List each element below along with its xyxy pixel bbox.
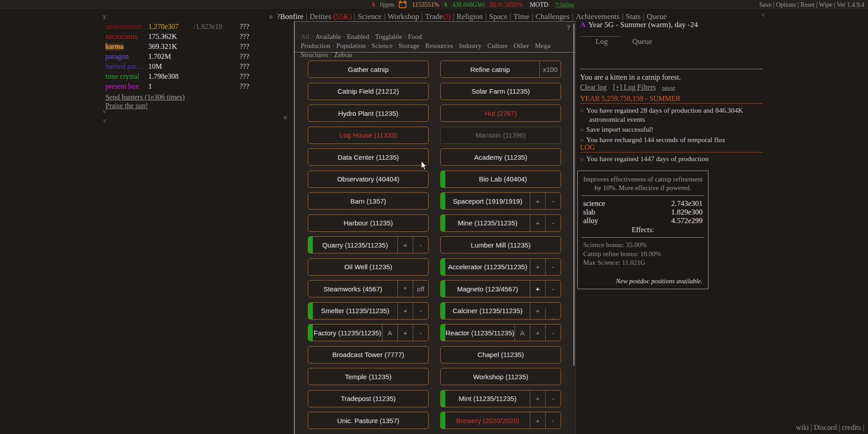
tab-achievements[interactable]: Achievements bbox=[576, 12, 619, 21]
building-button-mansion-11396[interactable]: Mansion (11396) bbox=[440, 127, 561, 144]
right-collapse-toggle[interactable]: < bbox=[761, 12, 765, 19]
tab-time[interactable]: Time bbox=[514, 12, 529, 21]
building-button-mine-11235-11235[interactable]: Mine (11235/11235)+- bbox=[440, 215, 561, 232]
building-button-data-center-11235[interactable]: Data Center (11235) bbox=[308, 148, 429, 166]
building-button-academy-11235[interactable]: Academy (11235) bbox=[440, 148, 561, 166]
building-button-calciner-11235-11235[interactable]: Calciner (11235/11235)+A bbox=[440, 302, 561, 320]
filter-enabled[interactable]: Enabled bbox=[347, 33, 369, 40]
clear-log-link[interactable]: Clear log bbox=[580, 83, 607, 91]
panel-gear-icon[interactable]: ⚙ bbox=[283, 115, 288, 121]
building-button-accelerator-11235-11235[interactable]: Accelerator (11235/11235)+- bbox=[440, 258, 561, 276]
building-control-off[interactable]: off bbox=[413, 281, 428, 297]
building-control-empty[interactable]: * bbox=[397, 281, 413, 297]
building-control-empty[interactable]: + bbox=[530, 391, 545, 407]
building-button-hut-2767[interactable]: Hut (2767) bbox=[440, 105, 561, 122]
building-button-gather-catnip[interactable]: Gather catnip bbox=[308, 61, 429, 78]
tab-workshop[interactable]: Workshop bbox=[387, 12, 419, 21]
building-control-a[interactable]: A bbox=[514, 324, 530, 341]
building-control-empty[interactable]: - bbox=[545, 391, 561, 407]
building-button-chapel-11235[interactable]: Chapel (11235) bbox=[440, 346, 561, 363]
building-control-empty[interactable]: + bbox=[530, 259, 545, 275]
filter-togglable[interactable]: Togglable bbox=[375, 33, 402, 40]
building-control-empty[interactable]: - bbox=[413, 324, 428, 341]
wiki-link[interactable]: wiki bbox=[796, 424, 809, 431]
tab-challenges[interactable]: Challenges bbox=[535, 12, 570, 21]
filter-other[interactable]: Other bbox=[514, 42, 529, 49]
building-control-a[interactable]: A bbox=[382, 324, 397, 341]
tab-trade[interactable]: Trade(!) bbox=[425, 12, 450, 21]
building-button-unic-pasture-1357[interactable]: Unic. Pasture (1357) bbox=[308, 412, 429, 429]
building-control-empty[interactable]: + bbox=[397, 303, 413, 319]
building-button-harbour-11235[interactable]: Harbour (11235) bbox=[308, 215, 429, 232]
building-button-reactor-11235-11235[interactable]: Reactor (11235/11235)A+- bbox=[440, 324, 561, 341]
building-button-mint-11235-11235[interactable]: Mint (11235/11235)+- bbox=[440, 390, 561, 407]
building-button-steamworks-4567[interactable]: Steamworks (4567)*off bbox=[308, 280, 429, 297]
building-button-workshop-11235[interactable]: Workshop (11235) bbox=[440, 368, 561, 385]
building-button-hydro-plant-11235[interactable]: Hydro Plant (11235) bbox=[308, 105, 429, 122]
tab-science[interactable]: Science bbox=[358, 12, 382, 21]
tab-queue[interactable]: Queue bbox=[632, 37, 652, 46]
building-control-empty[interactable]: - bbox=[545, 412, 561, 429]
building-control-empty[interactable]: - bbox=[545, 193, 561, 209]
settings-gear-icon[interactable]: ⚙ bbox=[269, 14, 273, 20]
building-control-a[interactable]: A bbox=[545, 308, 561, 320]
building-control-empty[interactable]: + bbox=[397, 237, 413, 253]
building-button-brewery-2020-2020[interactable]: Brewery (2020/2020)+- bbox=[440, 412, 561, 429]
building-button-smelter-11235-11235[interactable]: Smelter (11235/11235)+- bbox=[308, 302, 429, 320]
building-button-refine-catnip[interactable]: Refine catnipx100 bbox=[440, 61, 561, 78]
resource-collapse-toggle[interactable]: v bbox=[103, 13, 106, 20]
building-button-magneto-123-4567[interactable]: Magneto (123/4567)+- bbox=[440, 280, 561, 297]
tab-bonfire[interactable]: Bonfire bbox=[280, 12, 303, 21]
pause-link[interactable]: pawse bbox=[662, 85, 675, 91]
save-link[interactable]: Save bbox=[759, 1, 771, 8]
online-link[interactable]: * Online bbox=[556, 1, 575, 8]
building-control-empty[interactable]: - bbox=[413, 237, 428, 253]
building-button-lumber-mill-11235[interactable]: Lumber Mill (11235) bbox=[440, 236, 561, 253]
tab-deities[interactable]: Deities (55K) bbox=[310, 12, 352, 21]
filter-available[interactable]: Available bbox=[315, 33, 341, 40]
building-button-log-house-11333[interactable]: Log House (11333) bbox=[308, 127, 429, 144]
building-button-observatory-40404[interactable]: Observatory (40404) bbox=[308, 171, 429, 188]
filter-science[interactable]: Science bbox=[372, 42, 393, 49]
filter-all[interactable]: All bbox=[301, 33, 309, 40]
tab-stats[interactable]: Stats bbox=[626, 12, 641, 21]
building-button-tradepost-11235[interactable]: Tradepost (11235) bbox=[308, 390, 429, 407]
building-button-catnip-field-21212[interactable]: Catnip Field (21212) bbox=[308, 83, 429, 100]
panel-scrollbar[interactable] bbox=[573, 24, 575, 366]
building-control-empty[interactable]: + bbox=[530, 193, 545, 209]
building-control-empty[interactable]: - bbox=[545, 281, 561, 297]
praise-sun-link[interactable]: Praise the sun! bbox=[105, 101, 286, 110]
filter-storage[interactable]: Storage bbox=[399, 42, 420, 49]
building-control-empty[interactable]: + bbox=[530, 215, 545, 231]
building-control-empty[interactable]: + bbox=[397, 324, 413, 341]
tab-log[interactable]: Log bbox=[595, 37, 608, 46]
building-control-empty[interactable]: - bbox=[413, 303, 428, 319]
filter-resources[interactable]: Resources bbox=[425, 42, 453, 49]
building-control-empty[interactable]: + bbox=[530, 281, 545, 297]
filter-culture[interactable]: Culture bbox=[487, 42, 508, 49]
credits-link[interactable]: credits bbox=[842, 424, 861, 431]
discord-link[interactable]: Discord bbox=[814, 424, 837, 431]
left-collapse-toggle-2[interactable]: v bbox=[103, 117, 106, 124]
filter-population[interactable]: Population bbox=[336, 42, 366, 49]
building-control-empty[interactable]: - bbox=[545, 215, 561, 231]
tab-religion[interactable]: Religion bbox=[457, 12, 483, 21]
building-control-empty[interactable]: - bbox=[545, 259, 561, 275]
wipe-link[interactable]: Wipe bbox=[819, 1, 832, 8]
panel-help-icon[interactable]: ? bbox=[567, 24, 570, 32]
building-button-spaceport-1919-1919[interactable]: Spaceport (1919/1919)+- bbox=[440, 192, 561, 210]
left-collapse-toggle[interactable]: v bbox=[103, 108, 106, 115]
filter-zebras[interactable]: Zebras bbox=[334, 51, 353, 58]
filter-industry[interactable]: Industry bbox=[459, 42, 481, 49]
reset-link[interactable]: Reset bbox=[801, 1, 815, 8]
options-link[interactable]: Options bbox=[776, 1, 796, 8]
building-button-bio-lab-40404[interactable]: Bio Lab (40404) bbox=[440, 171, 561, 188]
building-button-factory-11235-11235[interactable]: Factory (11235/11235)A+- bbox=[308, 324, 429, 341]
building-control-empty[interactable]: - bbox=[545, 324, 561, 341]
building-button-solar-farm-11235[interactable]: Solar Farm (11235) bbox=[440, 83, 561, 100]
building-button-quarry-11235-11235[interactable]: Quarry (11235/11235)+- bbox=[308, 236, 429, 253]
building-control-empty[interactable]: + bbox=[530, 303, 545, 319]
building-button-barn-1357[interactable]: Barn (1357) bbox=[308, 192, 429, 210]
tab-space[interactable]: Space bbox=[489, 12, 508, 21]
log-filters-link[interactable]: [+] Log Filters bbox=[613, 83, 656, 91]
